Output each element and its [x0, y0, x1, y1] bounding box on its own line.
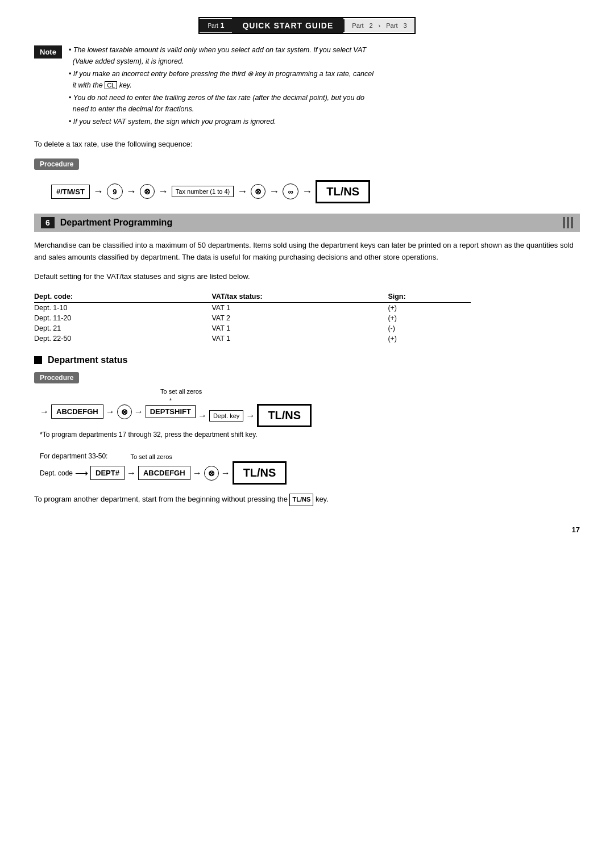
part1-label: Part: [208, 23, 218, 29]
arrow-5: →: [268, 186, 280, 198]
table-cell: (+): [388, 313, 471, 323]
part3-label: Part: [383, 19, 400, 32]
dept-table-body: Dept. 1-10 VAT 1 (+) Dept. 11-20 VAT 2 (…: [34, 303, 471, 344]
flow2-arrow-2: →: [134, 407, 143, 417]
deptshift-col: * DEPTSHIFT: [146, 405, 196, 418]
chevron-icon: ›: [376, 19, 384, 32]
note-bullet-4: • If you select VAT system, the sign whi…: [69, 116, 374, 127]
flow2-deptkey: Dept. key: [209, 410, 243, 422]
final-note-text2: key.: [316, 495, 329, 503]
note-label: Note: [34, 45, 62, 59]
table-cell: Dept. 1-10: [34, 303, 211, 314]
table-cell: VAT 1: [211, 323, 388, 333]
table-cell: Dept. 21: [34, 323, 211, 333]
final-note: To program another department, start fro…: [34, 494, 329, 506]
flow-tlns-3: TL/NS: [233, 461, 287, 485]
tlns-key-inline: TL/NS: [289, 494, 313, 506]
table-cell: VAT 1: [211, 303, 388, 314]
note-content: • The lowest taxable amount is valid onl…: [69, 44, 374, 128]
flow2-arrow-3: →: [198, 411, 207, 421]
section6-body2: Default setting for the VAT/tax statuses…: [34, 271, 580, 283]
deco-line-3: [571, 217, 573, 228]
header-bar: Part1 QUICK START GUIDE Part2 › Part3: [198, 17, 415, 34]
part3-num: 3: [400, 19, 409, 32]
table-cell: Dept. 22-50: [34, 333, 211, 344]
procedure-badge-1: Procedure: [34, 158, 79, 170]
deptshift-box: DEPTSHIFT: [146, 405, 196, 418]
deco-line-2: [567, 217, 569, 228]
dept-code-arrow: ⟶: [75, 468, 88, 478]
arrow-2: →: [125, 186, 138, 198]
section6-title: Department Programming: [60, 218, 172, 228]
flow2-abcdefgh: ABCDEFGH: [51, 404, 103, 419]
dept-code-label: Dept. code: [40, 469, 73, 477]
arrow-6: →: [301, 186, 313, 198]
flow-tlns-1: TL/NS: [316, 180, 370, 203]
to-set-all-zeros2-label: To set all zeros: [130, 453, 172, 460]
dept-33-50-section: For department 33-50: To set all zeros D…: [40, 452, 287, 485]
flow2-arrow-4: →: [246, 411, 255, 421]
table-row: Dept. 21 VAT 1 (-): [34, 323, 471, 333]
flow-circlex-2: ⊗: [204, 466, 219, 481]
deco-line-1: [563, 217, 565, 228]
part2-num: 2: [366, 19, 375, 32]
header-title: QUICK START GUIDE: [232, 18, 343, 33]
arrow-4: →: [236, 186, 248, 198]
table-row: Dept. 11-20 VAT 2 (+): [34, 313, 471, 323]
arrow-3: →: [157, 186, 169, 198]
flow-circle-x2: ⊗: [251, 184, 265, 199]
dept-33-50-arrow2: →: [193, 468, 202, 478]
flow-circle-x1: ⊗: [140, 184, 155, 199]
flow2-top-labels: To set all zeros: [40, 388, 312, 395]
section6-body1: Merchandise can be classified into a max…: [34, 240, 580, 264]
flow2-arrow-1: →: [106, 407, 115, 417]
note-bullet-3: • You do not need to enter the trailing …: [69, 92, 374, 115]
dept-status-footnote: *To program departments 17 through 32, p…: [40, 431, 258, 439]
subsection-square: [34, 356, 42, 364]
final-note-text: To program another department, start fro…: [34, 495, 288, 503]
page-number: 17: [34, 525, 580, 534]
dept-status-header: Department status: [34, 355, 580, 365]
dept-table-head: Dept. code: VAT/tax status: Sign:: [34, 291, 471, 303]
flow-dept-hash: DEPT#: [90, 466, 125, 480]
table-cell: VAT 2: [211, 313, 388, 323]
section6-header: 6 Department Programming: [34, 214, 580, 232]
part1-num: 1: [221, 22, 225, 30]
to-set-all-zeros-label: To set all zeros: [160, 388, 202, 395]
dept-table-header-code: Dept. code:: [34, 291, 211, 303]
flow2-circlex: ⊗: [117, 404, 132, 419]
dept-33-50-arrow1: →: [127, 468, 136, 478]
asterisk-label: *: [169, 397, 172, 404]
flow-circle-inf: ∞: [283, 183, 298, 199]
note-bullet-1: • The lowest taxable amount is valid onl…: [69, 44, 374, 67]
dept-table: Dept. code: VAT/tax status: Sign: Dept. …: [34, 291, 471, 344]
deptkey-col: Dept. key: [209, 410, 243, 422]
dept-33-50-arrow3: →: [221, 468, 230, 478]
table-cell: (+): [388, 333, 471, 344]
table-row: Dept. 1-10 VAT 1 (+): [34, 303, 471, 314]
flow2-wrapper: To set all zeros → ABCDEFGH → ⊗ → * DEPT…: [40, 388, 312, 427]
table-cell: Dept. 11-20: [34, 313, 211, 323]
flow-abcdefgh2: ABCDEFGH: [138, 466, 190, 480]
flow-circle-9: 9: [107, 183, 123, 199]
flow2-arrow-init: →: [40, 407, 49, 417]
note-box: Note • The lowest taxable amount is vali…: [34, 44, 580, 128]
page-header: Part1 QUICK START GUIDE Part2 › Part3: [34, 17, 580, 34]
flow-box-tmst: #/TM/ST: [51, 185, 90, 199]
dept-status-title: Department status: [48, 355, 127, 365]
section6-num: 6: [41, 217, 55, 228]
dept-table-header-sign: Sign:: [388, 291, 471, 303]
header-part2-3: Part2 › Part3: [343, 19, 414, 32]
arrow-1: →: [92, 186, 105, 198]
part2-label: Part: [349, 19, 366, 32]
header-part1: Part1: [200, 19, 232, 32]
procedure-row-2: Procedure To set all zeros → ABCDEFGH → …: [34, 372, 580, 514]
table-cell: (+): [388, 303, 471, 314]
dept-table-header-row: Dept. code: VAT/tax status: Sign:: [34, 291, 471, 303]
flow2-main-row: → ABCDEFGH → ⊗ → * DEPTSHIFT → Dept. key…: [40, 396, 312, 427]
dept-table-header-vat: VAT/tax status:: [211, 291, 388, 303]
table-cell: VAT 1: [211, 333, 388, 344]
delete-tax-intro: To delete a tax rate, use the following …: [34, 139, 580, 151]
for-dept-label: For department 33-50:: [40, 452, 107, 460]
flow-diagram-1: #/TM/ST → 9 → ⊗ → Tax number (1 to 4) → …: [51, 180, 580, 203]
